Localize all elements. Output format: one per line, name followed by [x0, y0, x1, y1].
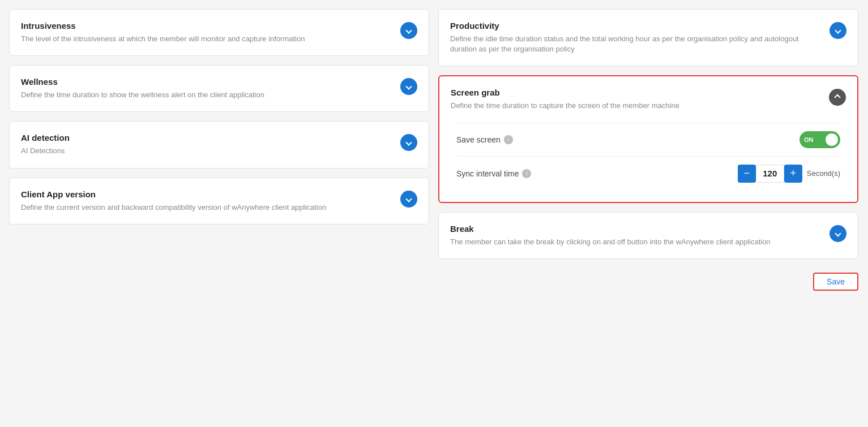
- stepper-unit: Second(s): [807, 169, 840, 178]
- save-screen-info-icon[interactable]: i: [504, 135, 513, 144]
- wellness-card: Wellness Define the time duration to sho…: [9, 65, 429, 112]
- intrusiveness-content: Intrusiveness The level of the intrusive…: [21, 21, 394, 44]
- wellness-desc: Define the time duration to show the wel…: [21, 90, 394, 100]
- break-title: Break: [450, 224, 823, 234]
- screen-grab-content: Screen grab Define the time duration to …: [451, 88, 822, 111]
- intrusiveness-title: Intrusiveness: [21, 21, 394, 31]
- stepper-value: 120: [756, 165, 784, 183]
- chevron-down-icon: [835, 230, 841, 236]
- ai-detection-desc: AI Detections: [21, 146, 394, 156]
- stepper-increment-button[interactable]: +: [784, 165, 802, 183]
- main-layout: Intrusiveness The level of the intrusive…: [9, 9, 858, 291]
- save-screen-row: Save screen i ON: [456, 123, 840, 156]
- ai-detection-card: AI detection AI Detections: [9, 121, 429, 168]
- productivity-card: Productivity Define the idle time durati…: [438, 9, 858, 66]
- chevron-down-icon: [405, 27, 412, 33]
- sync-interval-label: Sync interval time: [456, 169, 519, 178]
- save-screen-label: Save screen: [456, 135, 501, 144]
- client-app-version-title: Client App version: [21, 189, 394, 199]
- wellness-expand-button[interactable]: [400, 78, 417, 95]
- client-app-version-card: Client App version Define the current ve…: [9, 178, 429, 225]
- chevron-down-icon: [405, 140, 412, 146]
- productivity-content: Productivity Define the idle time durati…: [450, 21, 823, 54]
- wellness-content: Wellness Define the time duration to sho…: [21, 77, 394, 100]
- save-button[interactable]: Save: [813, 273, 858, 291]
- save-screen-label-group: Save screen i: [456, 135, 513, 144]
- client-app-version-expand-button[interactable]: [400, 191, 417, 208]
- ai-detection-content: AI detection AI Detections: [21, 133, 394, 156]
- save-screen-toggle[interactable]: ON: [799, 131, 840, 148]
- toggle-knob: [826, 133, 838, 146]
- ai-detection-title: AI detection: [21, 133, 394, 143]
- chevron-down-icon: [405, 84, 412, 90]
- break-expand-button[interactable]: [829, 225, 846, 242]
- screen-grab-card: Screen grab Define the time duration to …: [438, 75, 858, 202]
- intrusiveness-desc: The level of the intrusiveness at which …: [21, 34, 394, 44]
- chevron-down-icon: [835, 27, 841, 33]
- screen-grab-header: Screen grab Define the time duration to …: [451, 88, 846, 111]
- intrusiveness-expand-button[interactable]: [400, 22, 417, 39]
- save-bar: Save: [438, 273, 858, 291]
- screen-grab-body: Save screen i ON Sync interval time i: [451, 123, 846, 191]
- toggle-on-label: ON: [804, 136, 814, 143]
- chevron-up-icon: [834, 94, 840, 101]
- left-column: Intrusiveness The level of the intrusive…: [9, 9, 429, 291]
- client-app-version-content: Client App version Define the current ve…: [21, 189, 394, 213]
- productivity-expand-button[interactable]: [829, 22, 846, 39]
- break-card: Break The member can take the break by c…: [438, 212, 858, 259]
- stepper-decrement-button[interactable]: −: [738, 165, 756, 183]
- screen-grab-collapse-button[interactable]: [829, 89, 846, 106]
- wellness-title: Wellness: [21, 77, 394, 87]
- sync-interval-stepper: − 120 + Second(s): [738, 165, 840, 183]
- chevron-down-icon: [405, 196, 412, 202]
- sync-interval-label-group: Sync interval time i: [456, 169, 531, 178]
- ai-detection-expand-button[interactable]: [400, 134, 417, 151]
- sync-interval-row: Sync interval time i − 120 + Second(s): [456, 156, 840, 191]
- break-desc: The member can take the break by clickin…: [450, 237, 823, 247]
- screen-grab-desc: Define the time duration to capture the …: [451, 101, 822, 111]
- screen-grab-title: Screen grab: [451, 88, 822, 97]
- break-content: Break The member can take the break by c…: [450, 224, 823, 247]
- sync-interval-info-icon[interactable]: i: [522, 169, 531, 178]
- productivity-title: Productivity: [450, 21, 823, 31]
- right-column: Productivity Define the idle time durati…: [438, 9, 858, 291]
- client-app-version-desc: Define the current version and backward …: [21, 202, 394, 213]
- intrusiveness-card: Intrusiveness The level of the intrusive…: [9, 9, 429, 56]
- productivity-desc: Define the idle time duration status and…: [450, 34, 823, 54]
